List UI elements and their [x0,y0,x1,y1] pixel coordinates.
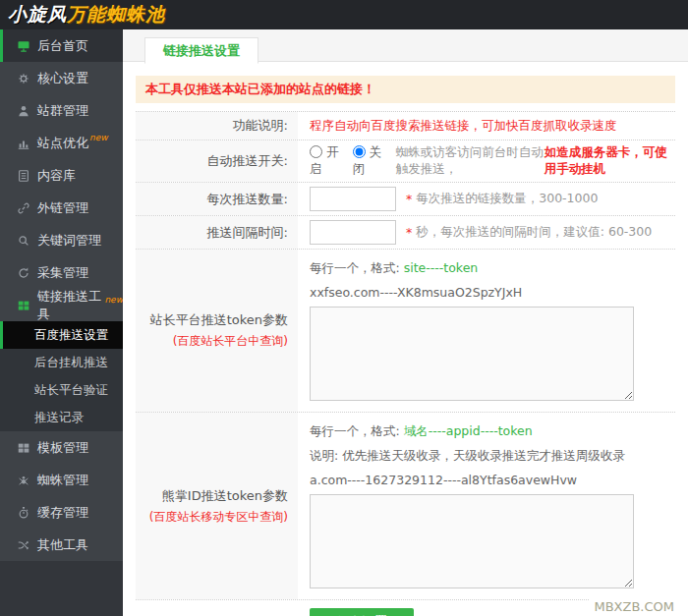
submenu-item-baidu-push-settings[interactable]: 百度推送设置 [0,321,123,349]
magnifier-icon [16,233,30,248]
tab-link-push-settings[interactable]: 链接推送设置 [144,37,258,64]
field-sublabel: (百度站长移动专区中查询) [149,509,288,526]
sidebar-item-content-library[interactable]: 内容库 [0,159,123,192]
sidebar-item-collect[interactable]: 采集管理 [0,256,123,289]
field-label: 每次推送数量: [136,183,298,215]
row-site-token: 站长平台推送token参数 (百度站长平台中查询) 每行一个，格式: site-… [136,249,675,412]
push-count-hint: 每次推送的链接数量，300-1000 [416,191,598,207]
tab-strip: 链接推送设置 [123,29,688,62]
row-push-count: 每次推送数量: * 每次推送的链接数量，300-1000 [136,182,675,215]
submenu-item-label: 推送记录 [34,410,84,424]
document-icon [16,168,30,183]
stopwatch-icon [16,505,30,520]
submenu-item-label: 后台挂机推送 [34,355,108,369]
settings-form: 功能说明: 程序自动向百度搜索推送链接，可加快百度抓取收录速度 自动推送开关: … [136,111,675,616]
push-interval-hint: 秒，每次推送的间隔时间，建议值: 60-300 [416,224,652,241]
sidebar-item-home[interactable]: 后台首页 [0,29,123,62]
sidebar-item-templates[interactable]: 模板管理 [0,431,123,464]
auto-push-off-radio[interactable] [353,145,366,158]
sidebar-item-label: 内容库 [37,167,76,185]
app-logo: 小旋风万能蜘蛛池 [8,2,165,28]
row-push-interval: 推送间隔时间: * 秒，每次推送的间隔时间，建议值: 60-300 [136,215,675,249]
new-badge: new [89,133,108,142]
sidebar-item-other-tools[interactable]: 其他工具 [0,529,123,561]
format-code: 域名----appid----token [404,423,533,438]
grid-icon [16,440,30,455]
row-auto-push-switch: 自动推送开关: 开启 关闭 蜘蛛或访客访问前台时自动触发推送，如造成服务器卡，可… [136,140,675,182]
gear-icon [16,71,30,85]
submenu-item-push-records[interactable]: 推送记录 [0,404,123,431]
sidebar-item-label: 站点优化 [37,135,88,152]
sidebar-item-label: 其他工具 [37,536,88,554]
bear-token-example: a.com----1627329112----al8Ytfas6avewHvw [310,468,675,492]
sidebar-item-cache[interactable]: 缓存管理 [0,496,123,529]
bear-token-textarea[interactable] [310,494,634,588]
auto-push-warning: 如造成服务器卡，可使用手动挂机 [545,144,675,178]
sidebar-item-label: 后台首页 [37,37,88,55]
new-badge: new [104,295,123,305]
push-count-input[interactable] [310,187,396,211]
sidebar-item-label: 链接推送工具 [37,288,103,323]
submenu-item-hangup-push[interactable]: 后台挂机推送 [0,349,123,376]
function-description-text: 程序自动向百度搜索推送链接，可加快百度抓取收录速度 [310,118,617,135]
field-sublabel: (百度站长平台中查询) [173,333,288,350]
sidebar-item-label: 采集管理 [37,264,88,282]
sidebar-item-spiders[interactable]: 蜘蛛管理 [0,464,123,496]
radio-option-on[interactable]: 开启 [310,144,339,178]
required-mark: * [406,192,412,206]
logo-secondary: 万能蜘蛛池 [67,3,165,25]
site-token-textarea[interactable] [310,307,634,401]
link-push-submenu: 百度推送设置 后台挂机推送 站长平台验证 推送记录 [0,321,123,431]
app-header: 小旋风万能蜘蛛池 [0,0,688,29]
sidebar-item-label: 核心设置 [37,70,88,87]
sidebar-item-label: 站群管理 [37,102,88,120]
sidebar-item-link-push-tools[interactable]: 链接推送工具 new [0,289,123,321]
row-function-description: 功能说明: 程序自动向百度搜索推送链接，可加快百度抓取收录速度 [136,111,675,140]
field-label: 推送间隔时间: [136,216,298,249]
field-label: 自动推送开关: [136,140,298,182]
sidebar-item-label: 关键词管理 [37,232,101,250]
bar-chart-icon [16,136,30,150]
watermark-text: MBXZB.COM [590,599,678,614]
submenu-item-label: 站长平台验证 [34,382,108,397]
sidebar-item-label: 缓存管理 [37,504,88,522]
logo-primary: 小旋风 [8,3,67,25]
main-content: 链接推送设置 本工具仅推送本站已添加的站点的链接！ 功能说明: 程序自动向百度搜… [123,29,688,616]
row-bear-token: 熊掌ID推送token参数 (百度站长移动专区中查询) 每行一个，格式: 域名-… [136,412,675,599]
push-interval-input[interactable] [310,220,396,245]
monitor-icon [16,38,30,53]
link-icon [16,200,30,215]
sidebar-item-site-optimize[interactable]: 站点优化 new [0,127,123,159]
user-icon [16,103,30,118]
field-label: 站长平台推送token参数 [150,311,288,329]
save-button[interactable]: 保存设置 [310,608,414,616]
shuffle-icon [16,537,30,552]
sidebar-item-label: 模板管理 [37,439,88,457]
sidebar-item-label: 蜘蛛管理 [37,472,88,489]
spider-icon [16,473,30,487]
sidebar-item-keywords[interactable]: 关键词管理 [0,224,123,256]
submenu-item-label: 百度推送设置 [34,327,108,342]
required-mark: * [406,225,412,240]
site-token-example: xxfseo.com----XK8msuaO2SpzYJxH [310,280,675,305]
sidebar-item-label: 外链管理 [37,199,88,217]
auto-push-hint: 蜘蛛或访客访问前台时自动触发推送， [396,144,545,178]
format-code: site----token [404,260,479,275]
grid-green-icon [16,298,30,312]
refresh-icon [16,265,30,280]
format-prefix: 每行一个，格式: [310,423,404,438]
auto-push-on-radio[interactable] [310,145,322,158]
sidebar-item-outlink[interactable]: 外链管理 [0,192,123,224]
field-label: 功能说明: [136,112,298,140]
notice-bar: 本工具仅推送本站已添加的站点的链接！ [136,76,675,103]
field-label: 熊掌ID推送token参数 [162,487,288,505]
submenu-item-platform-verify[interactable]: 站长平台验证 [0,376,123,404]
bear-token-note: 说明: 优先推送天级收录，天级收录推送完才推送周级收录 [310,443,675,468]
sidebar-item-core-settings[interactable]: 核心设置 [0,62,123,94]
sidebar-item-site-group[interactable]: 站群管理 [0,94,123,127]
radio-option-off[interactable]: 关闭 [353,144,382,178]
format-prefix: 每行一个，格式: [310,260,404,275]
sidebar: 后台首页 核心设置 站群管理 站点优化 new [0,29,123,616]
